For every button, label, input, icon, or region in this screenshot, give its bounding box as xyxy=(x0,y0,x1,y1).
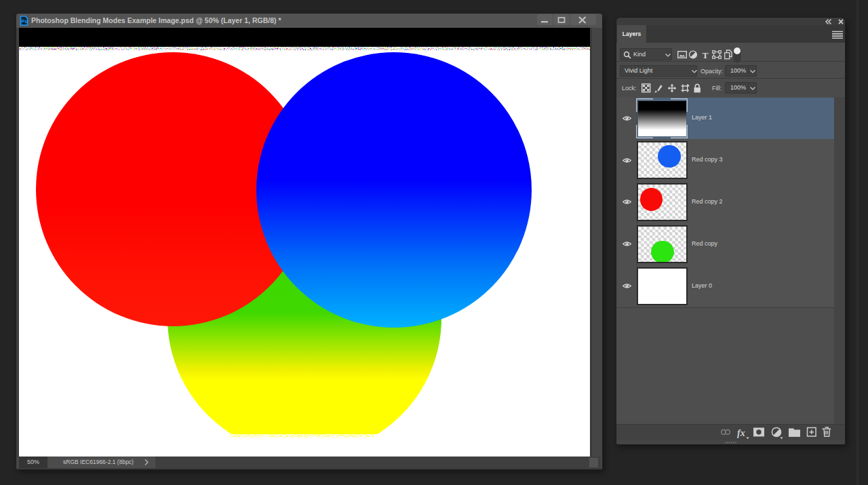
svg-text:T: T xyxy=(703,50,709,60)
svg-text:Ps: Ps xyxy=(22,19,28,24)
svg-text:fx: fx xyxy=(737,428,745,438)
